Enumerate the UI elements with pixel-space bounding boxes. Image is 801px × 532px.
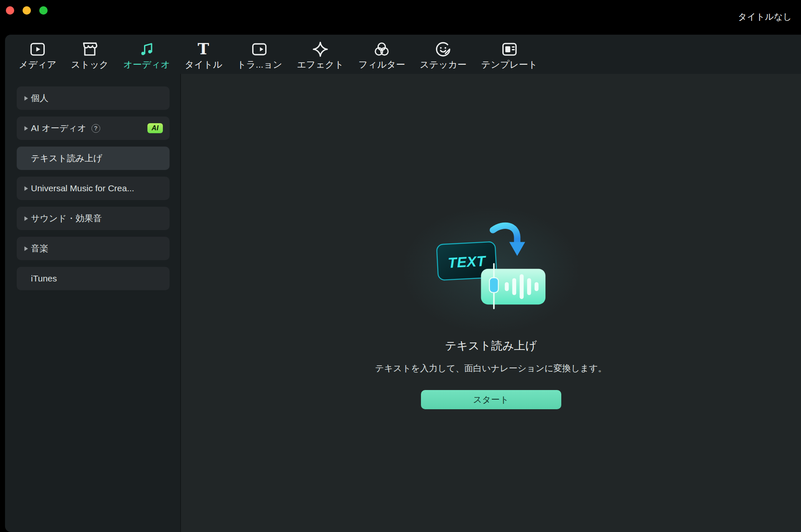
sidebar-item-label: テキスト読み上げ	[31, 152, 102, 164]
tab-filter[interactable]: フィルター	[358, 40, 405, 70]
title-icon: T	[194, 40, 213, 58]
window-title: タイトルなし	[738, 11, 792, 23]
sticker-icon	[434, 40, 452, 58]
tab-label: オーディオ	[123, 59, 170, 70]
stock-icon	[81, 40, 99, 58]
text-to-speech-illustration: TEXT	[403, 207, 579, 332]
sidebar-item-label: iTunes	[31, 274, 57, 284]
caret-right-icon	[21, 126, 31, 131]
tab-label: ステッカー	[420, 59, 466, 70]
tab-audio[interactable]: オーディオ	[123, 40, 170, 70]
tab-stock[interactable]: ストック	[71, 40, 109, 70]
tab-media[interactable]: メディア	[19, 40, 56, 70]
tab-template[interactable]: テンプレート	[481, 40, 537, 70]
illustration-text: TEXT	[447, 253, 487, 271]
caret-right-icon	[21, 246, 31, 251]
transition-icon	[250, 40, 269, 58]
svg-text:T: T	[198, 40, 209, 58]
caret-right-icon	[21, 216, 31, 221]
tab-transition[interactable]: トラ...ョン	[237, 40, 282, 70]
sidebar-item-label: AI オーディオ	[31, 122, 86, 134]
sidebar-item-personal[interactable]: 個人	[17, 86, 170, 110]
sidebar-item-label: 音楽	[31, 243, 48, 254]
tab-effect[interactable]: エフェクト	[297, 40, 344, 70]
template-icon	[500, 40, 519, 58]
tab-label: フィルター	[358, 59, 405, 70]
media-icon	[28, 40, 47, 58]
sidebar-item-ai-audio[interactable]: AI オーディオ ? AI	[17, 117, 170, 140]
tab-label: メディア	[19, 59, 56, 70]
ai-badge: AI	[147, 123, 163, 133]
traffic-lights	[6, 6, 48, 15]
page-title: テキスト読み上げ	[445, 338, 537, 353]
tab-label: テンプレート	[481, 59, 537, 70]
tab-label: エフェクト	[297, 59, 344, 70]
audio-icon	[137, 40, 156, 58]
caret-right-icon	[21, 186, 31, 191]
sidebar: 個人 AI オーディオ ? AI テキスト読み上げ Universal Musi…	[5, 74, 180, 532]
tab-label: タイトル	[185, 59, 222, 70]
page-description: テキストを入力して、面白いナレーションに変換します。	[375, 362, 606, 374]
tab-label: ストック	[71, 59, 109, 70]
sidebar-item-text-to-speech[interactable]: テキスト読み上げ	[17, 147, 170, 170]
arrow-icon	[493, 225, 517, 242]
media-panel: メディア ストック オーディオ	[5, 35, 801, 532]
caret-right-icon	[21, 96, 31, 101]
filter-icon	[373, 40, 391, 58]
tab-sticker[interactable]: ステッカー	[420, 40, 466, 70]
help-icon[interactable]: ?	[91, 124, 100, 133]
sidebar-item-sound-effects[interactable]: サウンド・効果音	[17, 207, 170, 230]
sidebar-item-universal-music[interactable]: Universal Music for Crea...	[17, 177, 170, 200]
sidebar-item-music[interactable]: 音楽	[17, 237, 170, 260]
start-button[interactable]: スタート	[421, 390, 561, 409]
sidebar-item-label: 個人	[31, 92, 48, 104]
effect-icon	[311, 40, 330, 58]
sidebar-item-label: Universal Music for Crea...	[31, 183, 134, 193]
tab-title[interactable]: T タイトル	[185, 40, 222, 70]
titlebar: タイトルなし	[0, 0, 801, 35]
tab-label: トラ...ョン	[237, 59, 282, 70]
close-window-button[interactable]	[6, 6, 14, 15]
main-content: TEXT	[181, 74, 801, 532]
zoom-window-button[interactable]	[39, 6, 48, 15]
tab-bar: メディア ストック オーディオ	[5, 35, 801, 74]
content-area: 個人 AI オーディオ ? AI テキスト読み上げ Universal Musi…	[5, 74, 801, 532]
minimize-window-button[interactable]	[23, 6, 31, 15]
sidebar-item-itunes[interactable]: iTunes	[17, 267, 170, 290]
sidebar-item-label: サウンド・効果音	[31, 213, 102, 224]
